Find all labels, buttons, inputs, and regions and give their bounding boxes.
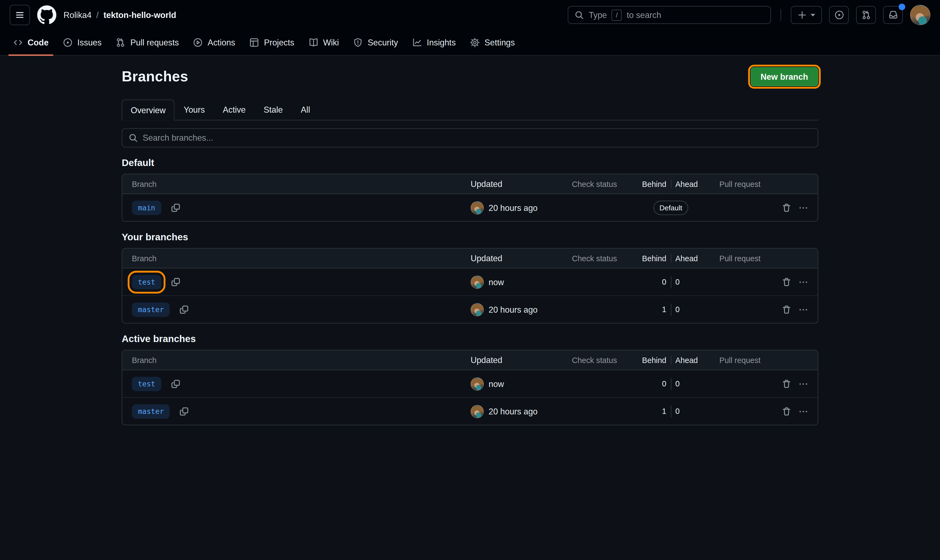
three-bars-icon bbox=[15, 10, 25, 20]
tab-active[interactable]: Active bbox=[214, 99, 254, 120]
column-header-ahead: Ahead bbox=[671, 355, 716, 365]
branch-name-link[interactable]: master bbox=[132, 404, 170, 418]
main-content: Branches New branch Overview Yours Activ… bbox=[0, 56, 940, 425]
book-icon bbox=[309, 38, 318, 47]
tab-all[interactable]: All bbox=[292, 99, 319, 120]
row-avatar[interactable] bbox=[470, 275, 484, 288]
nav-label: Code bbox=[28, 38, 48, 47]
behind-ahead-cell: Default bbox=[626, 200, 716, 215]
branches-table: Branch Updated Check status Behind Ahead… bbox=[122, 174, 818, 222]
table-header-row: Branch Updated Check status Behind Ahead… bbox=[122, 174, 818, 194]
row-avatar[interactable] bbox=[470, 303, 484, 316]
branch-name-link[interactable]: test bbox=[132, 377, 161, 391]
delete-branch-button[interactable] bbox=[782, 379, 791, 388]
branch-row: master 20 hours ago 1 0 bbox=[122, 397, 818, 425]
behind-ahead-cell: 1 0 bbox=[626, 303, 716, 315]
row-avatar[interactable] bbox=[470, 377, 484, 390]
delete-branch-button[interactable] bbox=[782, 277, 791, 286]
kebab-menu-button[interactable] bbox=[798, 305, 808, 314]
updated-time: now bbox=[488, 277, 504, 286]
copy-branch-name-button[interactable] bbox=[179, 305, 189, 314]
delete-branch-button[interactable] bbox=[782, 305, 791, 314]
nav-label: Security bbox=[368, 38, 398, 47]
github-logo-icon[interactable] bbox=[37, 5, 56, 25]
branch-name-link[interactable]: test bbox=[132, 275, 161, 289]
nav-item-settings[interactable]: Settings bbox=[465, 30, 519, 55]
global-search-text-suffix: to search bbox=[627, 10, 661, 20]
trash-icon bbox=[782, 379, 791, 388]
table-body: test now 0 0 master bbox=[122, 268, 818, 323]
row-avatar[interactable] bbox=[470, 201, 484, 214]
column-header-behind: Behind bbox=[626, 254, 670, 263]
kebab-menu-button[interactable] bbox=[798, 203, 808, 212]
repo-name-link[interactable]: tekton-hello-world bbox=[103, 10, 176, 20]
behind-count: 0 bbox=[626, 379, 670, 388]
nav-item-pull-requests[interactable]: Pull requests bbox=[111, 30, 183, 55]
branch-filter-tabs: Overview Yours Active Stale All bbox=[122, 99, 818, 120]
graph-icon bbox=[412, 38, 422, 47]
repo-owner-link[interactable]: Rolika4 bbox=[63, 10, 91, 20]
create-new-button[interactable] bbox=[791, 6, 822, 24]
nav-item-insights[interactable]: Insights bbox=[408, 30, 461, 55]
slash-key-icon: / bbox=[612, 9, 622, 21]
branch-name-link[interactable]: main bbox=[132, 200, 161, 215]
branches-table: Branch Updated Check status Behind Ahead… bbox=[122, 350, 818, 425]
play-icon bbox=[193, 38, 203, 47]
new-branch-button[interactable]: New branch bbox=[750, 67, 818, 86]
column-header-pull-request: Pull request bbox=[716, 355, 775, 365]
delete-branch-button[interactable] bbox=[782, 203, 791, 212]
nav-item-issues[interactable]: Issues bbox=[58, 30, 106, 55]
section-title: Default bbox=[122, 158, 818, 168]
copy-branch-name-button[interactable] bbox=[171, 277, 180, 286]
nav-label: Actions bbox=[208, 38, 235, 47]
kebab-horizontal-icon bbox=[798, 203, 808, 212]
user-avatar[interactable] bbox=[910, 5, 931, 25]
updated-time: now bbox=[488, 379, 504, 388]
nav-item-wiki[interactable]: Wiki bbox=[304, 30, 344, 55]
tab-overview[interactable]: Overview bbox=[122, 99, 175, 120]
trash-icon bbox=[782, 406, 791, 416]
kebab-horizontal-icon bbox=[798, 305, 808, 314]
nav-item-code[interactable]: Code bbox=[8, 30, 53, 55]
trash-icon bbox=[782, 203, 791, 212]
copy-branch-name-button[interactable] bbox=[171, 379, 180, 388]
table-header-row: Branch Updated Check status Behind Ahead… bbox=[122, 249, 818, 269]
global-pull-requests-button[interactable] bbox=[856, 6, 876, 24]
kebab-menu-button[interactable] bbox=[798, 379, 808, 388]
updated-time: 20 hours ago bbox=[488, 203, 538, 212]
delete-branch-button[interactable] bbox=[782, 406, 791, 416]
code-icon bbox=[13, 38, 23, 47]
nav-item-actions[interactable]: Actions bbox=[188, 30, 240, 55]
kebab-horizontal-icon bbox=[798, 277, 808, 286]
copy-branch-name-button[interactable] bbox=[171, 203, 180, 212]
branches-table: Branch Updated Check status Behind Ahead… bbox=[122, 248, 818, 323]
inbox-button-wrap bbox=[883, 6, 903, 24]
behind-ahead-cell: 0 0 bbox=[626, 378, 716, 390]
copy-icon bbox=[171, 203, 180, 212]
nav-item-projects[interactable]: Projects bbox=[245, 30, 299, 55]
kebab-menu-button[interactable] bbox=[798, 277, 808, 286]
branch-section: Default Branch Updated Check status Behi… bbox=[122, 158, 818, 222]
trash-icon bbox=[782, 305, 791, 314]
nav-item-security[interactable]: Security bbox=[348, 30, 403, 55]
hamburger-menu-button[interactable] bbox=[9, 5, 30, 25]
column-header-behind-ahead: Behind Ahead bbox=[626, 355, 716, 365]
ahead-count: 0 bbox=[671, 379, 716, 388]
branch-name-link[interactable]: master bbox=[132, 302, 170, 317]
search-branches-input[interactable] bbox=[122, 128, 818, 147]
copy-branch-name-button[interactable] bbox=[179, 406, 189, 416]
section-title: Your branches bbox=[122, 232, 818, 243]
branch-section: Your branches Branch Updated Check statu… bbox=[122, 232, 818, 323]
tab-yours[interactable]: Yours bbox=[174, 99, 214, 120]
notification-dot bbox=[898, 3, 905, 10]
global-issues-button[interactable] bbox=[829, 6, 849, 24]
tab-stale[interactable]: Stale bbox=[254, 99, 292, 120]
nav-label: Settings bbox=[484, 38, 515, 47]
row-avatar[interactable] bbox=[470, 405, 484, 418]
issue-opened-icon bbox=[834, 10, 844, 20]
kebab-menu-button[interactable] bbox=[798, 406, 808, 416]
global-search-button[interactable]: Type / to search bbox=[568, 6, 771, 24]
repo-nav: Code Issues Pull requests Actions Projec… bbox=[0, 30, 940, 56]
copy-icon bbox=[171, 277, 180, 286]
kebab-horizontal-icon bbox=[798, 406, 808, 416]
